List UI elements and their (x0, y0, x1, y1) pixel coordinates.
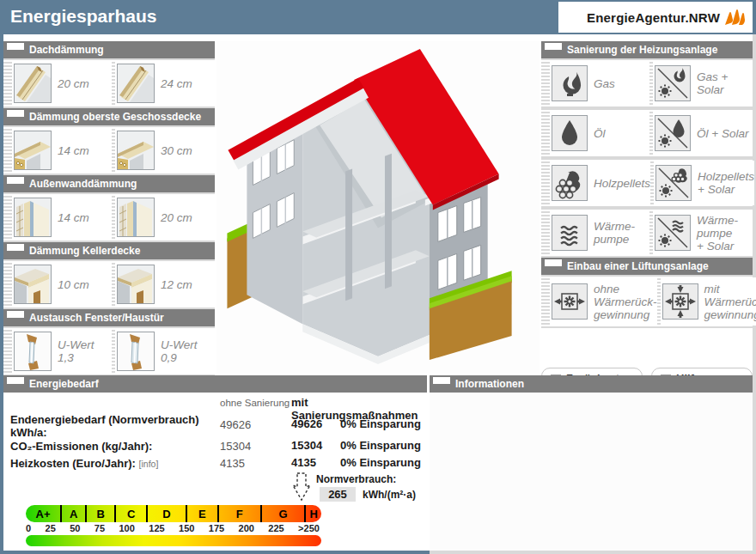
efficiency-scale-classes: A+ A B C D E F G H (26, 505, 321, 522)
option-window-u09[interactable]: U-Wert 0,9 (115, 329, 215, 374)
tick: 175 (209, 523, 224, 533)
option-label: Wärme- pumpe + Solar (697, 214, 738, 253)
option-pellets-solar[interactable]: Holzpellets + Solar (654, 161, 754, 205)
option-label: ohne Wärmerück- gewinnung (594, 283, 657, 321)
section-title: Informationen (455, 378, 524, 390)
option-heatpump[interactable]: Wärme- pumpe (550, 210, 649, 255)
option-gas-solar[interactable]: Gas + Solar (653, 61, 753, 106)
heatpump-solar-icon (655, 215, 691, 251)
section-title: Einbau einer Lüftungsanlage (567, 260, 709, 272)
class-h: H (306, 505, 321, 522)
section-header-wall: Außenwanddämmung (3, 175, 215, 192)
column-header-without: ohne Sanierung (220, 398, 290, 408)
heating-options-row3: Holzpellets Holzpellets + Sola (541, 158, 753, 208)
pellets-icon (552, 165, 588, 201)
option-vent-with-recovery[interactable]: mit Wärmerück- gewinnung (661, 277, 756, 326)
roof-detail-icon (14, 64, 52, 103)
option-pellets[interactable]: Holzpellets (550, 161, 650, 205)
fan-arrows-recovery-icon (662, 283, 698, 320)
option-roof-24cm[interactable]: 24 cm (115, 61, 215, 106)
heatpump-waves-icon (552, 215, 588, 251)
section-title: Dämmung Kellerdecke (29, 245, 140, 257)
norm-consumption-arrow-icon (292, 472, 311, 502)
section-header-top-ceiling: Dämmung oberste Geschossdecke (3, 108, 215, 125)
row-label-heatcost: Heizkosten (Euro/Jahr): [info] (10, 457, 158, 471)
option-wall-20cm[interactable]: 20 cm (115, 195, 215, 240)
option-label: 14 cm (58, 211, 89, 224)
tick: 25 (46, 523, 56, 533)
ceiling-detail-icon (14, 131, 52, 170)
section-icon (7, 244, 24, 258)
house-cutaway-graphic (216, 41, 540, 374)
tick: 75 (94, 523, 105, 533)
value-endenergy-with: 49626 (291, 417, 322, 430)
section-header-cellar: Dämmung Kellerdecke (3, 242, 215, 259)
norm-consumption-value: 265 (320, 487, 356, 502)
section-header-heating: Sanierung der Heizungsanlage (541, 41, 753, 58)
norm-consumption-unit: kWh/(m²·a) (363, 489, 416, 501)
oil-drop-icon (552, 115, 588, 151)
option-cellar-10cm[interactable]: 10 cm (12, 262, 112, 307)
section-header-roof: Dachdämmung (3, 41, 215, 58)
option-label: Wärme- pumpe (594, 220, 635, 246)
option-window-u13[interactable]: U-Wert 1,3 (12, 329, 112, 374)
wall-detail-icon (117, 198, 155, 237)
value-heatcost-with: 4135 (291, 456, 316, 469)
tick: 50 (70, 523, 80, 533)
option-gas[interactable]: Gas (550, 61, 649, 106)
option-label: Holzpellets (594, 177, 650, 190)
tick: 225 (268, 523, 284, 533)
top-ceiling-options: 14 cm 30 cm (3, 125, 215, 175)
option-wall-14cm[interactable]: 14 cm (12, 195, 112, 240)
option-ceiling-30cm[interactable]: 30 cm (115, 128, 215, 173)
section-icon (7, 110, 24, 124)
option-oil-solar[interactable]: Öl + Solar (653, 111, 753, 155)
option-oil[interactable]: Öl (550, 111, 649, 155)
option-label: 24 cm (161, 77, 192, 90)
heating-options-row2: Öl Öl + Solar (541, 108, 753, 158)
option-label: Öl + Solar (697, 127, 748, 140)
logo: EnergieAgentur.NRW (558, 2, 753, 33)
ventilation-options: ohne Wärmerück- gewinnung (541, 275, 753, 328)
option-ceiling-14cm[interactable]: 14 cm (12, 128, 112, 173)
row-label-co2: CO₂-Emissionen (kg/Jahr): (10, 440, 152, 453)
section-icon (545, 259, 562, 273)
nrw-flame-icon (723, 8, 746, 27)
frame-bottom-right (430, 551, 756, 554)
class-b: B (87, 505, 116, 522)
efficiency-scale: A+ A B C D E F G H 0 25 50 75 100 125 (26, 505, 321, 546)
logo-text: EnergieAgentur.NRW (587, 10, 720, 25)
saving-co2: 0% Einsparung (340, 439, 421, 452)
info-link[interactable]: [info] (139, 459, 159, 469)
class-c: C (116, 505, 148, 522)
tick: 150 (179, 523, 194, 533)
section-header-energy: Energiebedarf (3, 375, 427, 393)
tick: 200 (239, 523, 254, 533)
option-vent-without-recovery[interactable]: ohne Wärmerück- gewinnung (550, 277, 657, 326)
option-heatpump-solar[interactable]: Wärme- pumpe + Solar (653, 210, 753, 255)
option-roof-20cm[interactable]: 20 cm (12, 61, 112, 106)
section-title: Außenwanddämmung (29, 178, 137, 190)
gas-solar-icon (655, 65, 691, 101)
option-label: 12 cm (161, 278, 192, 291)
wall-detail-icon (14, 198, 52, 237)
value-heatcost-without: 4135 (220, 457, 245, 470)
option-cellar-12cm[interactable]: 12 cm (115, 262, 215, 307)
saving-heatcost: 0% Einsparung (340, 456, 421, 469)
section-header-ventilation: Einbau einer Lüftungsanlage (541, 258, 753, 275)
heating-options-row4: Wärme- pumpe Wärme- pumpe + (541, 208, 753, 258)
fan-arrows-icon (552, 283, 588, 320)
section-icon (7, 377, 24, 391)
option-label: Öl (594, 127, 606, 140)
window-options: U-Wert 1,3 U-Wert 0,9 (3, 326, 215, 376)
class-d: D (148, 505, 186, 522)
heating-sidebar: Sanierung der Heizungsanlage Gas (541, 41, 753, 388)
tick: >250 (298, 523, 320, 533)
cellar-detail-icon (117, 265, 155, 304)
row-label-endenergy: Endenergiebedarf (Normverbrauch) kWh/a: (10, 413, 216, 439)
information-panel: Informationen (430, 375, 753, 551)
option-label: 30 cm (161, 144, 192, 157)
insulation-sidebar: Dachdämmung 20 cm (3, 41, 215, 376)
option-label: 14 cm (58, 144, 89, 157)
section-icon (545, 43, 562, 57)
